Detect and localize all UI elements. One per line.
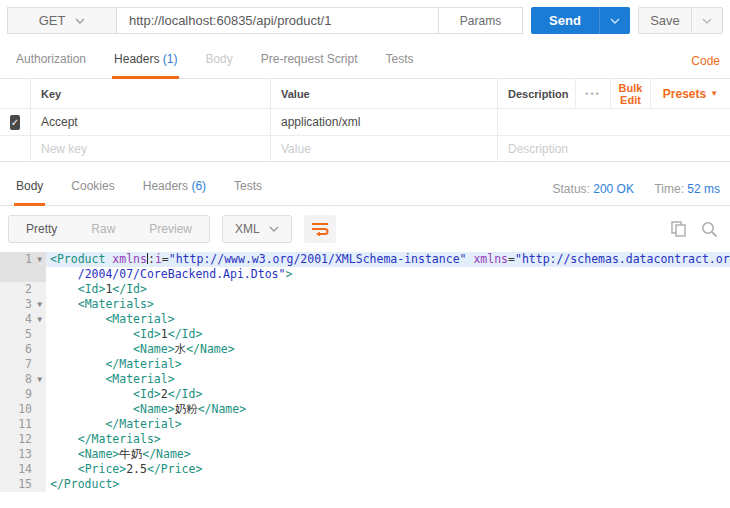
tab-tests[interactable]: Tests — [371, 52, 427, 78]
code-row: 13 <Name>牛奶</Name> — [0, 447, 730, 462]
response-tab-tests[interactable]: Tests — [220, 179, 276, 205]
description-cell[interactable] — [497, 109, 730, 135]
tab-body[interactable]: Body — [191, 52, 246, 78]
tab-pre-request-script[interactable]: Pre-request Script — [247, 52, 372, 78]
line-number: 1 — [25, 252, 32, 267]
code-token: </Material> — [105, 357, 181, 371]
line-number-gutter: 8▼ — [0, 372, 46, 387]
response-tab-body[interactable]: Body — [2, 179, 57, 205]
line-number-gutter: 10 — [0, 402, 46, 417]
code-line: <Id>1</Id> — [46, 327, 730, 342]
new-description-input[interactable] — [508, 142, 720, 156]
value-cell[interactable]: application/xml — [270, 109, 497, 135]
tab-authorization[interactable]: Authorization — [2, 52, 100, 78]
search-button[interactable] — [701, 221, 718, 238]
code-token: <Name> — [133, 402, 175, 416]
new-key-input[interactable] — [41, 142, 260, 156]
code-line: <Id>2</Id> — [46, 387, 730, 402]
line-number-gutter: 13 — [0, 447, 46, 462]
key-cell[interactable]: Accept — [30, 109, 270, 135]
line-number-gutter: 5 — [0, 327, 46, 342]
code-line: <Price>2.5</Price> — [46, 462, 730, 477]
code-line: <Materials> — [46, 297, 730, 312]
tab-headers[interactable]: Headers (1) — [100, 52, 191, 78]
code-token: xmlns — [112, 252, 147, 266]
new-value-cell[interactable] — [270, 136, 497, 161]
code-line: /2004/07/CoreBackend.Api.Dtos"> — [46, 267, 730, 282]
params-button[interactable]: Params — [439, 7, 523, 34]
wrap-text-button[interactable] — [304, 215, 336, 243]
fold-arrow-icon[interactable]: ▼ — [34, 252, 42, 267]
line-number: 5 — [25, 327, 32, 342]
line-number-gutter — [0, 267, 46, 282]
send-dropdown-button[interactable] — [599, 7, 630, 34]
line-number-gutter: 6 — [0, 342, 46, 357]
view-mode-pretty[interactable]: Pretty — [9, 222, 74, 236]
bulk-edit-button[interactable]: BulkEdit — [610, 79, 650, 108]
line-number: 8 — [25, 372, 32, 387]
chevron-down-icon — [702, 18, 712, 24]
code-row: 8▼ <Material> — [0, 372, 730, 387]
fold-arrow-icon[interactable]: ▼ — [34, 312, 42, 327]
code-token: <Material> — [105, 312, 174, 326]
line-number: 10 — [18, 402, 32, 417]
copy-button[interactable] — [671, 221, 687, 237]
code-row: 5 <Id>1</Id> — [0, 327, 730, 342]
header-enabled-checkbox[interactable]: ✓ — [10, 115, 20, 130]
code-row: 4▼ <Material> — [0, 312, 730, 327]
fold-arrow-icon[interactable]: ▼ — [34, 372, 42, 387]
code-token: "http://schemas.datacontract.org — [515, 252, 730, 266]
save-split-button: Save — [638, 7, 723, 34]
response-tab-cookies[interactable]: Cookies — [57, 179, 128, 205]
chevron-down-icon — [610, 18, 620, 24]
new-description-cell[interactable] — [497, 136, 730, 161]
fold-spacer — [34, 402, 42, 417]
response-tab-headers[interactable]: Headers (6) — [129, 179, 220, 205]
code-token: 2.5 — [126, 462, 147, 476]
presets-button[interactable]: Presets▼ — [650, 79, 730, 108]
code-row: /2004/07/CoreBackend.Api.Dtos"> — [0, 267, 730, 282]
code-token — [50, 372, 105, 386]
request-tabs: Authorization Headers (1) Body Pre-reque… — [0, 40, 730, 79]
send-split-button: Send — [531, 7, 630, 34]
code-link[interactable]: Code — [691, 54, 720, 68]
code-token: <Id> — [133, 327, 161, 341]
code-token — [50, 432, 78, 446]
line-number: 14 — [18, 462, 32, 477]
code-token: </Name> — [142, 447, 190, 461]
line-number: 12 — [18, 432, 32, 447]
line-number-gutter: 12 — [0, 432, 46, 447]
code-row: 2 <Id>1</Id> — [0, 282, 730, 297]
code-line: <Id>1</Id> — [46, 282, 730, 297]
time-label: Time: — [654, 182, 684, 196]
code-row: 7 </Material> — [0, 357, 730, 372]
send-button[interactable]: Send — [531, 7, 599, 34]
url-input[interactable] — [117, 7, 439, 34]
view-mode-preview[interactable]: Preview — [132, 222, 209, 236]
line-number: 11 — [18, 417, 32, 432]
save-button[interactable]: Save — [639, 8, 691, 33]
new-value-input[interactable] — [281, 142, 487, 156]
line-number: 9 — [25, 387, 32, 402]
line-number: 15 — [18, 477, 32, 492]
request-bar: GET Params Send Save — [0, 0, 730, 40]
language-select[interactable]: XML — [222, 215, 292, 243]
line-number-gutter: 15 — [0, 477, 46, 492]
code-token: <Materials> — [78, 297, 154, 311]
save-dropdown-button[interactable] — [691, 8, 722, 33]
header-row: ✓Acceptapplication/xml — [0, 109, 730, 136]
code-token: <Material> — [105, 372, 174, 386]
status-label: Status: — [553, 182, 590, 196]
new-key-cell[interactable] — [30, 136, 270, 161]
tab-label: Cookies — [71, 179, 114, 193]
code-line: <Name>奶粉</Name> — [46, 402, 730, 417]
line-number-gutter: 14 — [0, 462, 46, 477]
line-number-gutter: 7 — [0, 357, 46, 372]
tab-label: Headers — [143, 179, 192, 193]
more-options-button[interactable]: ••• — [575, 79, 610, 108]
view-mode-raw[interactable]: Raw — [74, 222, 132, 236]
method-select[interactable]: GET — [7, 7, 117, 34]
line-number-gutter: 11 — [0, 417, 46, 432]
fold-arrow-icon[interactable]: ▼ — [34, 297, 42, 312]
response-meta: Status: 200 OK Time: 52 ms — [553, 182, 720, 196]
